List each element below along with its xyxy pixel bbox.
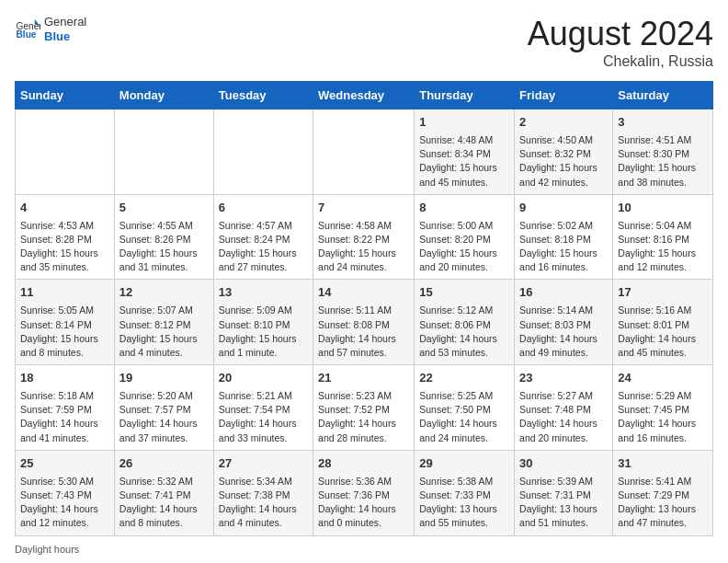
- calendar-cell: 2Sunrise: 4:50 AM Sunset: 8:32 PM Daylig…: [515, 109, 613, 195]
- daylight-label: Daylight hours: [15, 544, 79, 555]
- logo-text: General Blue: [44, 15, 86, 43]
- calendar-cell: 10Sunrise: 5:04 AM Sunset: 8:16 PM Dayli…: [613, 194, 713, 280]
- cell-info: Sunrise: 4:48 AM Sunset: 8:34 PM Dayligh…: [419, 133, 509, 190]
- calendar-cell: 18Sunrise: 5:18 AM Sunset: 7:59 PM Dayli…: [16, 365, 115, 451]
- cell-info: Sunrise: 5:16 AM Sunset: 8:01 PM Dayligh…: [618, 304, 708, 360]
- calendar-cell: 19Sunrise: 5:20 AM Sunset: 7:57 PM Dayli…: [114, 365, 213, 451]
- day-number: 25: [20, 455, 109, 473]
- calendar-cell: 9Sunrise: 5:02 AM Sunset: 8:18 PM Daylig…: [515, 194, 613, 280]
- day-number: 31: [618, 455, 708, 473]
- cell-info: Sunrise: 5:25 AM Sunset: 7:50 PM Dayligh…: [419, 389, 509, 445]
- calendar-cell: 29Sunrise: 5:38 AM Sunset: 7:33 PM Dayli…: [415, 450, 515, 535]
- calendar-cell: 23Sunrise: 5:27 AM Sunset: 7:48 PM Dayli…: [515, 365, 613, 451]
- cell-info: Sunrise: 5:18 AM Sunset: 7:59 PM Dayligh…: [20, 389, 109, 445]
- cell-info: Sunrise: 5:05 AM Sunset: 8:14 PM Dayligh…: [20, 304, 109, 360]
- cell-info: Sunrise: 5:41 AM Sunset: 7:29 PM Dayligh…: [618, 475, 708, 531]
- day-number: 2: [519, 114, 608, 132]
- day-number: 23: [519, 370, 608, 387]
- day-number: 15: [419, 284, 509, 302]
- weekday-header-tuesday: Tuesday: [213, 82, 313, 109]
- day-number: 5: [119, 200, 209, 217]
- day-number: 1: [419, 114, 509, 132]
- calendar-cell: 31Sunrise: 5:41 AM Sunset: 7:29 PM Dayli…: [613, 450, 713, 535]
- day-number: 16: [519, 284, 608, 302]
- day-number: 12: [119, 284, 209, 302]
- calendar-table: SundayMondayTuesdayWednesdayThursdayFrid…: [15, 81, 713, 536]
- day-number: 20: [219, 370, 308, 387]
- cell-info: Sunrise: 5:02 AM Sunset: 8:18 PM Dayligh…: [519, 219, 608, 275]
- weekday-header-wednesday: Wednesday: [313, 82, 415, 109]
- calendar-cell: 5Sunrise: 4:55 AM Sunset: 8:26 PM Daylig…: [114, 194, 213, 280]
- calendar-cell: 4Sunrise: 4:53 AM Sunset: 8:28 PM Daylig…: [16, 194, 115, 280]
- calendar-cell: [213, 109, 313, 195]
- weekday-header-saturday: Saturday: [613, 82, 713, 109]
- calendar-cell: 11Sunrise: 5:05 AM Sunset: 8:14 PM Dayli…: [16, 280, 115, 365]
- cell-info: Sunrise: 5:38 AM Sunset: 7:33 PM Dayligh…: [419, 475, 509, 531]
- cell-info: Sunrise: 5:27 AM Sunset: 7:48 PM Dayligh…: [519, 389, 608, 445]
- cell-info: Sunrise: 5:09 AM Sunset: 8:10 PM Dayligh…: [219, 304, 308, 360]
- page-header: General Blue General Blue August 2024 Ch…: [15, 15, 713, 70]
- calendar-cell: 26Sunrise: 5:32 AM Sunset: 7:41 PM Dayli…: [114, 450, 213, 535]
- calendar-cell: 30Sunrise: 5:39 AM Sunset: 7:31 PM Dayli…: [515, 450, 613, 535]
- weekday-header-thursday: Thursday: [415, 82, 515, 109]
- title-block: August 2024 Chekalin, Russia: [528, 15, 713, 70]
- cell-info: Sunrise: 4:53 AM Sunset: 8:28 PM Dayligh…: [20, 219, 109, 275]
- calendar-cell: [16, 109, 115, 195]
- cell-info: Sunrise: 4:57 AM Sunset: 8:24 PM Dayligh…: [219, 219, 308, 275]
- day-number: 21: [318, 370, 409, 387]
- logo: General Blue General Blue: [15, 15, 86, 43]
- cell-info: Sunrise: 5:34 AM Sunset: 7:38 PM Dayligh…: [219, 475, 308, 531]
- day-number: 8: [419, 200, 509, 217]
- month-year-title: August 2024: [528, 15, 713, 53]
- day-number: 19: [119, 370, 209, 387]
- cell-info: Sunrise: 5:29 AM Sunset: 7:45 PM Dayligh…: [618, 389, 708, 445]
- day-number: 14: [318, 284, 409, 302]
- calendar-cell: 7Sunrise: 4:58 AM Sunset: 8:22 PM Daylig…: [313, 194, 415, 280]
- cell-info: Sunrise: 5:23 AM Sunset: 7:52 PM Dayligh…: [318, 389, 409, 445]
- calendar-cell: [114, 109, 213, 195]
- week-row-4: 18Sunrise: 5:18 AM Sunset: 7:59 PM Dayli…: [16, 365, 713, 451]
- svg-text:Blue: Blue: [17, 29, 37, 40]
- calendar-cell: 16Sunrise: 5:14 AM Sunset: 8:03 PM Dayli…: [515, 280, 613, 365]
- day-number: 27: [219, 455, 308, 473]
- footer-note: Daylight hours: [15, 544, 713, 555]
- cell-info: Sunrise: 4:55 AM Sunset: 8:26 PM Dayligh…: [119, 219, 209, 275]
- calendar-cell: 8Sunrise: 5:00 AM Sunset: 8:20 PM Daylig…: [415, 194, 515, 280]
- cell-info: Sunrise: 5:04 AM Sunset: 8:16 PM Dayligh…: [618, 219, 708, 275]
- day-number: 11: [20, 284, 109, 302]
- cell-info: Sunrise: 5:07 AM Sunset: 8:12 PM Dayligh…: [119, 304, 209, 360]
- calendar-cell: 13Sunrise: 5:09 AM Sunset: 8:10 PM Dayli…: [213, 280, 313, 365]
- calendar-cell: 28Sunrise: 5:36 AM Sunset: 7:36 PM Dayli…: [313, 450, 415, 535]
- cell-info: Sunrise: 5:32 AM Sunset: 7:41 PM Dayligh…: [119, 475, 209, 531]
- calendar-cell: 3Sunrise: 4:51 AM Sunset: 8:30 PM Daylig…: [613, 109, 713, 195]
- week-row-3: 11Sunrise: 5:05 AM Sunset: 8:14 PM Dayli…: [16, 280, 713, 365]
- calendar-cell: 15Sunrise: 5:12 AM Sunset: 8:06 PM Dayli…: [415, 280, 515, 365]
- day-number: 3: [618, 114, 708, 132]
- cell-info: Sunrise: 5:11 AM Sunset: 8:08 PM Dayligh…: [318, 304, 409, 360]
- calendar-cell: [313, 109, 415, 195]
- day-number: 18: [20, 370, 109, 387]
- weekday-header-monday: Monday: [114, 82, 213, 109]
- week-row-5: 25Sunrise: 5:30 AM Sunset: 7:43 PM Dayli…: [16, 450, 713, 535]
- cell-info: Sunrise: 5:20 AM Sunset: 7:57 PM Dayligh…: [119, 389, 209, 445]
- calendar-cell: 21Sunrise: 5:23 AM Sunset: 7:52 PM Dayli…: [313, 365, 415, 451]
- calendar-cell: 24Sunrise: 5:29 AM Sunset: 7:45 PM Dayli…: [613, 365, 713, 451]
- weekday-header-sunday: Sunday: [16, 82, 115, 109]
- day-number: 28: [318, 455, 409, 473]
- weekday-header-row: SundayMondayTuesdayWednesdayThursdayFrid…: [16, 82, 713, 109]
- day-number: 7: [318, 200, 409, 217]
- cell-info: Sunrise: 4:58 AM Sunset: 8:22 PM Dayligh…: [318, 219, 409, 275]
- calendar-cell: 25Sunrise: 5:30 AM Sunset: 7:43 PM Dayli…: [16, 450, 115, 535]
- cell-info: Sunrise: 4:51 AM Sunset: 8:30 PM Dayligh…: [618, 133, 708, 190]
- day-number: 29: [419, 455, 509, 473]
- calendar-cell: 14Sunrise: 5:11 AM Sunset: 8:08 PM Dayli…: [313, 280, 415, 365]
- day-number: 6: [219, 200, 308, 217]
- day-number: 26: [119, 455, 209, 473]
- logo-general-text: General: [44, 15, 86, 29]
- calendar-cell: 20Sunrise: 5:21 AM Sunset: 7:54 PM Dayli…: [213, 365, 313, 451]
- location-subtitle: Chekalin, Russia: [528, 53, 713, 70]
- day-number: 24: [618, 370, 708, 387]
- cell-info: Sunrise: 5:39 AM Sunset: 7:31 PM Dayligh…: [519, 475, 608, 531]
- calendar-cell: 17Sunrise: 5:16 AM Sunset: 8:01 PM Dayli…: [613, 280, 713, 365]
- calendar-cell: 12Sunrise: 5:07 AM Sunset: 8:12 PM Dayli…: [114, 280, 213, 365]
